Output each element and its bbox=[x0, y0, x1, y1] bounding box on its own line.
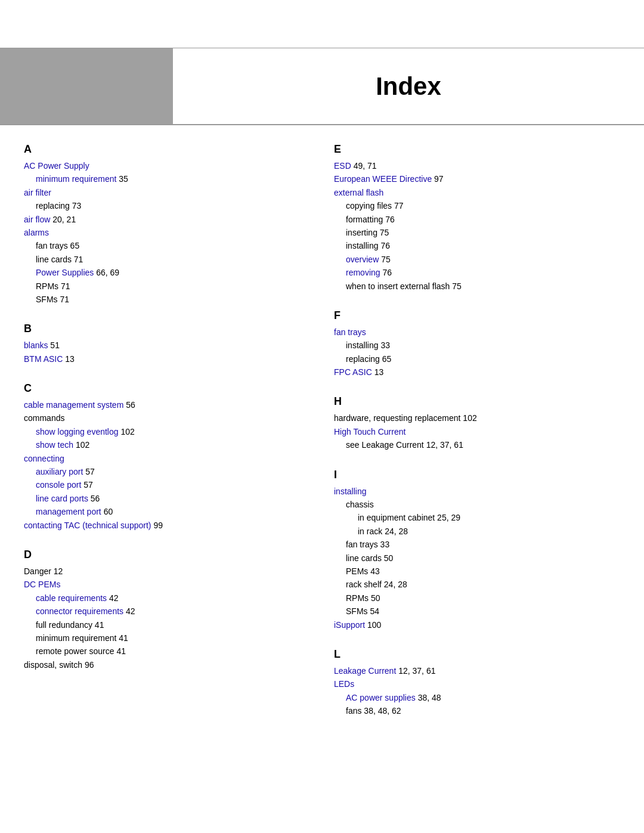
list-item: formatting 76 bbox=[334, 213, 620, 226]
list-item: DC PEMs bbox=[24, 578, 310, 591]
list-item: RPMs 50 bbox=[334, 592, 620, 605]
list-item: alarms bbox=[24, 226, 310, 239]
list-item: air flow 20, 21 bbox=[24, 213, 310, 226]
list-item: removing 76 bbox=[334, 266, 620, 279]
list-item: connector requirements 42 bbox=[24, 605, 310, 618]
list-item: Power Supplies 66, 69 bbox=[24, 266, 310, 279]
list-item: minimum requirement 35 bbox=[24, 172, 310, 185]
content-area: A AC Power Supply minimum requirement 35… bbox=[0, 125, 644, 753]
list-item: air filter bbox=[24, 186, 310, 199]
section-c: C cable management system 56 commands sh… bbox=[24, 382, 310, 532]
list-item: Danger 12 bbox=[24, 565, 310, 578]
section-a: A AC Power Supply minimum requirement 35… bbox=[24, 143, 310, 306]
section-d: D Danger 12 DC PEMs cable requirements 4… bbox=[24, 549, 310, 671]
list-item: SFMs 71 bbox=[24, 293, 310, 306]
section-i: I installing chassis in equipment cabine… bbox=[334, 469, 620, 631]
list-item: full redundancy 41 bbox=[24, 618, 310, 631]
list-item: line cards 50 bbox=[334, 552, 620, 565]
list-item: replacing 65 bbox=[334, 352, 620, 366]
list-item: show logging eventlog 102 bbox=[24, 425, 310, 438]
list-item: see Leakage Current 12, 37, 61 bbox=[334, 438, 620, 451]
list-item: line card ports 56 bbox=[24, 492, 310, 505]
section-h: H hardware, requesting replacement 102 H… bbox=[334, 395, 620, 451]
section-letter-a: A bbox=[24, 143, 310, 156]
list-item: disposal, switch 96 bbox=[24, 658, 310, 671]
list-item: in rack 24, 28 bbox=[334, 525, 620, 538]
section-letter-h: H bbox=[334, 395, 620, 408]
list-item: installing 33 bbox=[334, 339, 620, 352]
list-item: commands bbox=[24, 411, 310, 425]
list-item: installing 76 bbox=[334, 239, 620, 252]
left-column: A AC Power Supply minimum requirement 35… bbox=[24, 143, 322, 735]
header: Index bbox=[0, 48, 644, 125]
section-letter-c: C bbox=[24, 382, 310, 395]
list-item: FPC ASIC 13 bbox=[334, 366, 620, 379]
list-item: auxiliary port 57 bbox=[24, 465, 310, 478]
list-item: cable requirements 42 bbox=[24, 592, 310, 605]
list-item: contacting TAC (technical support) 99 bbox=[24, 519, 310, 532]
list-item: rack shelf 24, 28 bbox=[334, 578, 620, 591]
section-e: E ESD 49, 71 European WEEE Directive 97 … bbox=[334, 143, 620, 293]
list-item: fans 38, 48, 62 bbox=[334, 704, 620, 717]
page-title: Index bbox=[376, 72, 441, 101]
right-column: E ESD 49, 71 European WEEE Directive 97 … bbox=[322, 143, 620, 735]
section-letter-f: F bbox=[334, 309, 620, 322]
list-item: RPMs 71 bbox=[24, 280, 310, 293]
list-item: minimum requirement 41 bbox=[24, 631, 310, 645]
list-item: show tech 102 bbox=[24, 438, 310, 451]
section-letter-l: L bbox=[334, 648, 620, 661]
list-item: inserting 75 bbox=[334, 226, 620, 239]
list-item: chassis bbox=[334, 498, 620, 511]
list-item: replacing 73 bbox=[24, 199, 310, 212]
header-title-area: Index bbox=[173, 48, 644, 124]
list-item: in equipment cabinet 25, 29 bbox=[334, 511, 620, 524]
list-item: fan trays 65 bbox=[24, 239, 310, 252]
section-l: L Leakage Current 12, 37, 61 LEDs AC pow… bbox=[334, 648, 620, 718]
list-item: SFMs 54 bbox=[334, 605, 620, 618]
list-item: ESD 49, 71 bbox=[334, 159, 620, 172]
list-item: blanks 51 bbox=[24, 339, 310, 352]
header-gray-box bbox=[0, 48, 173, 124]
list-item: LEDs bbox=[334, 677, 620, 690]
list-item: fan trays bbox=[334, 326, 620, 339]
list-item: cable management system 56 bbox=[24, 398, 310, 411]
list-item: remote power source 41 bbox=[24, 645, 310, 658]
list-item: when to insert external flash 75 bbox=[334, 280, 620, 293]
list-item: iSupport 100 bbox=[334, 618, 620, 631]
list-item: BTM ASIC 13 bbox=[24, 352, 310, 366]
list-item: external flash bbox=[334, 186, 620, 199]
section-b: B blanks 51 BTM ASIC 13 bbox=[24, 323, 310, 366]
list-item: PEMs 43 bbox=[334, 565, 620, 578]
section-letter-e: E bbox=[334, 143, 620, 156]
list-item: fan trays 33 bbox=[334, 538, 620, 551]
section-f: F fan trays installing 33 replacing 65 F… bbox=[334, 309, 620, 379]
list-item: management port 60 bbox=[24, 505, 310, 518]
list-item: AC power supplies 38, 48 bbox=[334, 691, 620, 704]
top-whitespace bbox=[0, 0, 644, 48]
list-item: connecting bbox=[24, 452, 310, 465]
section-letter-b: B bbox=[24, 323, 310, 335]
list-item: copying files 77 bbox=[334, 199, 620, 212]
list-item: overview 75 bbox=[334, 253, 620, 266]
section-letter-i: I bbox=[334, 469, 620, 481]
list-item: High Touch Current bbox=[334, 425, 620, 438]
page: Index A AC Power Supply minimum requirem… bbox=[0, 0, 644, 833]
list-item: European WEEE Directive 97 bbox=[334, 172, 620, 185]
list-item: line cards 71 bbox=[24, 253, 310, 266]
list-item: AC Power Supply bbox=[24, 159, 310, 172]
list-item: installing bbox=[334, 485, 620, 498]
section-letter-d: D bbox=[24, 549, 310, 561]
list-item: hardware, requesting replacement 102 bbox=[334, 411, 620, 425]
list-item: Leakage Current 12, 37, 61 bbox=[334, 664, 620, 677]
list-item: console port 57 bbox=[24, 478, 310, 491]
